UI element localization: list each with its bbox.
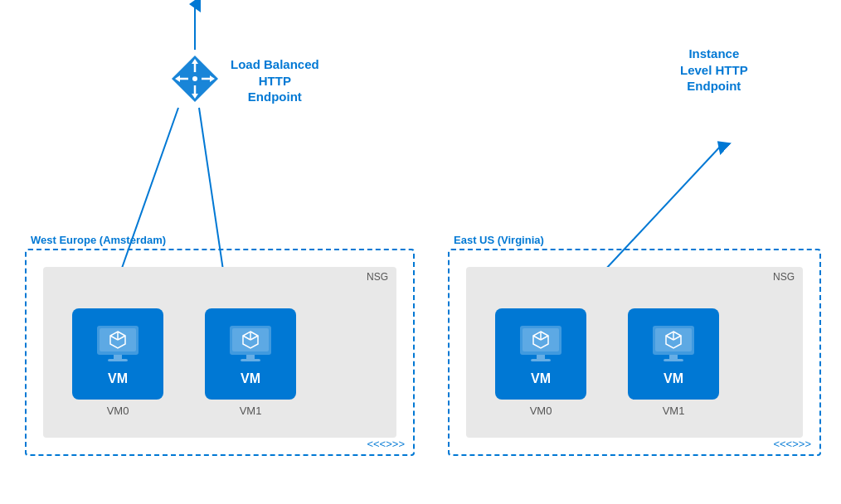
load-balancer-icon [166,50,224,108]
east-vm0-name: VM [531,371,551,386]
east-vm1-icon: VM [628,308,719,400]
east-vm0-icon: VM [495,308,586,400]
east-scroll-indicator: <<<>>> [773,438,811,450]
west-scroll-indicator: <<<>>> [367,438,405,450]
west-nsg-box: NSG [43,267,396,438]
lb-label-line1: Load Balanced [231,57,319,71]
lb-endpoint-label: Load Balanced HTTP Endpoint [231,56,319,105]
instance-endpoint-label: Instance Level HTTP Endpoint [680,46,748,94]
svg-rect-47 [669,355,678,359]
west-nsg-label: NSG [367,271,388,283]
svg-rect-48 [664,359,683,361]
west-region-box: West Europe (Amsterdam) NSG [25,249,415,456]
west-vm0-card: VM VM0 [64,308,172,417]
svg-rect-40 [531,359,551,361]
west-vm1-id: VM1 [197,405,304,417]
west-vm0-icon: VM [72,308,163,400]
east-nsg-box: NSG VM [466,267,803,438]
east-region-label: East US (Virginia) [454,234,544,246]
east-vm1-card: VM VM1 [620,308,727,417]
vm-monitor-icon-1 [226,322,275,368]
svg-rect-32 [241,359,260,361]
lb-endpoint-icon [166,50,224,108]
west-region-label: West Europe (Amsterdam) [31,234,166,246]
instance-label-line1: Instance [688,46,739,61]
vm-monitor-icon [93,322,143,368]
west-vm1-icon: VM [205,308,296,400]
svg-point-16 [192,76,197,81]
instance-label-line2: Level HTTP [680,63,748,77]
instance-label-line3: Endpoint [687,79,741,93]
east-vm0-id: VM0 [487,405,595,417]
east-vm-monitor-icon-0 [516,322,566,368]
svg-rect-24 [108,359,128,361]
east-nsg-label: NSG [773,271,795,283]
east-vm1-id: VM1 [620,405,727,417]
svg-rect-23 [114,355,122,359]
east-region-box: East US (Virginia) NSG [448,249,821,456]
west-vm0-name: VM [108,371,128,386]
svg-rect-39 [537,355,545,359]
west-vm0-id: VM0 [64,405,172,417]
lb-label-line3: Endpoint [248,90,302,104]
lb-label-line2: HTTP [259,74,291,88]
east-vm0-card: VM VM0 [487,308,595,417]
east-vm-monitor-icon-1 [649,322,698,368]
west-vm1-card: VM VM1 [197,308,304,417]
svg-rect-31 [246,355,255,359]
east-vm1-name: VM [664,371,683,386]
west-vm1-name: VM [241,371,260,386]
diagram-container: Load Balanced HTTP Endpoint Instance Lev… [0,0,841,504]
